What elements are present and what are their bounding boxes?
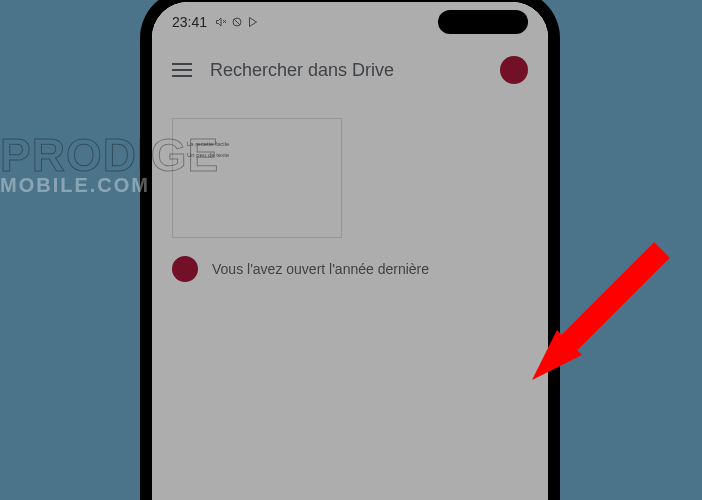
modal-overlay[interactable]: [152, 2, 548, 500]
watermark-line1: PRODIGE: [0, 135, 219, 176]
screen: 23:41 75 % Rechercher dans Drive La rece…: [152, 2, 548, 500]
svg-line-13: [557, 250, 662, 355]
watermark: PRODIGE MOBILE.COM: [0, 135, 219, 194]
phone-frame: 23:41 75 % Rechercher dans Drive La rece…: [140, 0, 560, 500]
